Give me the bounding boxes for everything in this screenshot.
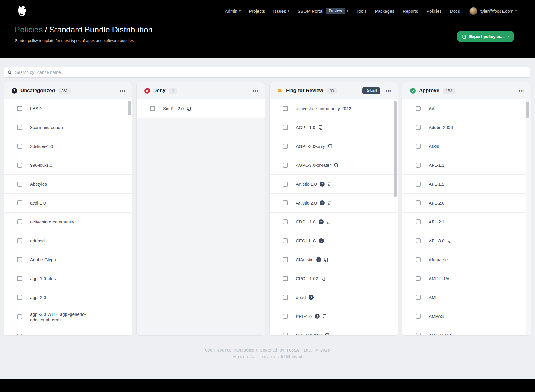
license-checkbox[interactable] (17, 182, 22, 187)
license-checkbox[interactable] (17, 314, 22, 319)
license-row[interactable]: activestate-community-2012 (270, 99, 398, 118)
fossa-logo[interactable] (17, 5, 28, 17)
license-checkbox[interactable] (416, 163, 421, 168)
license-row[interactable]: ClArtistic ? (270, 250, 398, 269)
license-row[interactable]: AMPAS (402, 307, 526, 326)
license-row[interactable]: Adobe-2006 (402, 118, 526, 137)
license-checkbox[interactable] (283, 182, 288, 187)
column-scrollbar-thumb[interactable] (394, 101, 397, 197)
license-checkbox[interactable] (150, 106, 155, 111)
nav-item[interactable]: SBOM Portal Preview ▾ (298, 8, 348, 14)
license-checkbox[interactable] (17, 106, 22, 111)
license-checkbox[interactable] (416, 276, 421, 281)
license-row[interactable]: CDDL-1.0 ? (270, 213, 398, 231)
license-row[interactable]: AGPL-3.0-only (270, 137, 398, 156)
license-row[interactable]: ANTLR-PD (402, 326, 526, 336)
license-checkbox[interactable] (283, 276, 288, 281)
license-checkbox[interactable] (283, 200, 288, 205)
search-input[interactable] (15, 70, 526, 75)
license-row[interactable]: AML (402, 288, 526, 307)
license-row[interactable]: Abstyles (4, 175, 132, 194)
license-row[interactable]: AFL-3.0 (402, 231, 526, 250)
nav-item[interactable]: Tools (356, 9, 367, 14)
nav-item[interactable]: Docs (450, 9, 460, 14)
license-row[interactable]: AFL-2.1 (402, 213, 526, 231)
license-row[interactable]: AGPL-3.0-or-later (270, 156, 398, 175)
license-row[interactable]: 0BSD (4, 99, 132, 118)
license-checkbox[interactable] (416, 295, 421, 300)
column-scrollbar-thumb[interactable] (128, 101, 131, 115)
license-checkbox[interactable] (416, 182, 421, 187)
column-menu-icon[interactable]: ••• (517, 87, 525, 94)
license-checkbox[interactable] (416, 333, 421, 336)
license-row[interactable]: SimPL-2.0 (137, 99, 265, 118)
license-row[interactable]: GPL-2.0-only (270, 326, 398, 336)
license-checkbox[interactable] (17, 334, 22, 336)
license-row[interactable]: dbad ? (270, 288, 398, 307)
license-checkbox[interactable] (416, 125, 421, 130)
license-row[interactable]: 3dslicer-1.0 (4, 137, 132, 156)
license-checkbox[interactable] (17, 257, 22, 262)
license-row[interactable]: agpl-3.0 WITH agpl-generic-additional-te… (4, 307, 132, 327)
nav-item[interactable]: Policies (426, 9, 442, 14)
license-row[interactable]: EPL-1.0 ? (270, 307, 398, 326)
license-row[interactable]: AFL-2.0 (402, 194, 526, 213)
license-checkbox[interactable] (283, 106, 288, 111)
license-row[interactable]: CPOL-1.02 (270, 269, 398, 288)
license-row[interactable]: 3com-microcode (4, 118, 132, 137)
license-checkbox[interactable] (283, 144, 288, 149)
license-row[interactable]: activestate-community (4, 213, 132, 231)
license-checkbox[interactable] (416, 238, 421, 243)
license-row[interactable]: ADSL (402, 137, 526, 156)
license-checkbox[interactable] (416, 200, 421, 205)
license-row[interactable]: AAL (402, 99, 526, 118)
export-policy-button[interactable]: Export policy as... ▾ (457, 31, 514, 42)
breadcrumb-policies-link[interactable]: Policies (15, 25, 43, 34)
license-checkbox[interactable] (17, 219, 22, 224)
license-checkbox[interactable] (283, 238, 288, 243)
license-row[interactable]: AFL-1.2 (402, 175, 526, 194)
column-menu-icon[interactable]: ••• (384, 87, 392, 94)
license-checkbox[interactable] (416, 144, 421, 149)
nav-item[interactable]: Packages (375, 9, 394, 14)
license-checkbox[interactable] (416, 257, 421, 262)
license-checkbox[interactable] (17, 200, 22, 205)
license-row[interactable]: adi-bsd (4, 231, 132, 250)
nav-item[interactable]: Projects (249, 9, 265, 14)
nav-item[interactable]: Reports (403, 9, 418, 14)
license-checkbox[interactable] (283, 163, 288, 168)
license-checkbox[interactable] (17, 163, 22, 168)
license-checkbox[interactable] (283, 314, 288, 319)
user-menu[interactable]: tyler@fossa.com ▾ (469, 7, 517, 15)
license-row[interactable]: CECILL-C ? (270, 231, 398, 250)
license-checkbox[interactable] (416, 106, 421, 111)
license-checkbox[interactable] (416, 219, 421, 224)
nav-item[interactable]: Admin ▾ (225, 9, 241, 14)
license-checkbox[interactable] (17, 295, 22, 300)
license-row[interactable]: Afmparse (402, 250, 526, 269)
license-row[interactable]: Artistic-1.0 ? (270, 175, 398, 194)
license-row[interactable]: 996-icu-1.0 (4, 156, 132, 175)
license-checkbox[interactable] (283, 257, 288, 262)
license-checkbox[interactable] (17, 276, 22, 281)
column-scrollbar-thumb[interactable] (526, 102, 529, 118)
license-row[interactable]: AGPL-1.0 (270, 118, 398, 137)
license-checkbox[interactable] (17, 125, 22, 130)
license-row[interactable]: Artistic-2.0 ? (270, 194, 398, 213)
license-row[interactable]: acdl-1.0 (4, 194, 132, 213)
license-checkbox[interactable] (416, 314, 421, 319)
column-menu-icon[interactable]: ••• (252, 87, 260, 94)
license-row[interactable]: Adobe-Glyph (4, 250, 132, 269)
license-checkbox[interactable] (283, 125, 288, 130)
license-checkbox[interactable] (283, 219, 288, 224)
license-row[interactable]: AFL-1.1 (402, 156, 526, 175)
column-menu-icon[interactable]: ••• (119, 87, 127, 94)
license-checkbox[interactable] (283, 295, 288, 300)
license-row[interactable]: AMDPLPA (402, 269, 526, 288)
nav-item[interactable]: Issues ▾ (273, 9, 289, 14)
license-row[interactable]: agpl-1.0-plus (4, 269, 132, 288)
license-checkbox[interactable] (17, 144, 22, 149)
license-row[interactable]: agpl-3.0 WITH airbnb-exception (4, 327, 132, 336)
license-row[interactable]: agpl-2.0 (4, 288, 132, 307)
license-checkbox[interactable] (283, 333, 288, 336)
